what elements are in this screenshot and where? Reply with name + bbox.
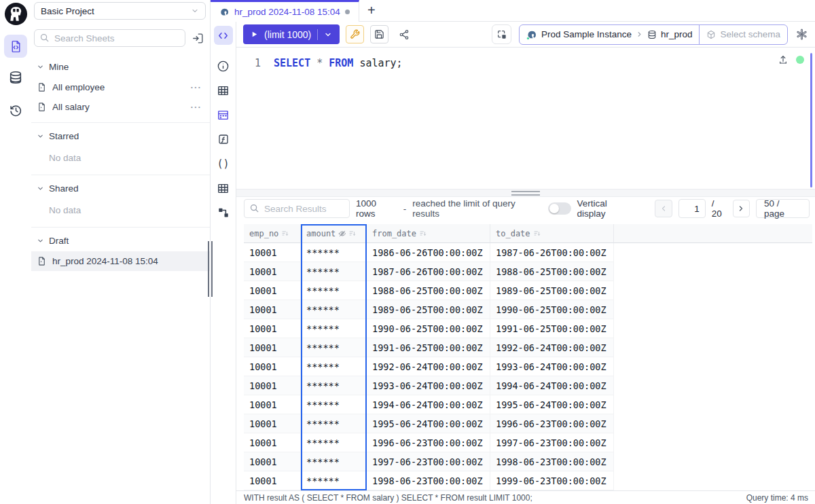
cell-from-date[interactable]: 1998-06-23T00:00:00Z [367, 471, 490, 490]
column-header-from-date[interactable]: from_date [367, 224, 490, 243]
cell-emp-no[interactable]: 10001 [244, 281, 301, 300]
rail-history-button[interactable] [4, 98, 27, 122]
cell-to-date[interactable]: 1988-06-25T00:00:00Z [490, 262, 614, 281]
parameters-panel-button[interactable]: () [215, 156, 232, 172]
cell-to-date[interactable]: 1994-06-24T00:00:00Z [490, 376, 614, 395]
cell-to-date[interactable]: 1997-06-23T00:00:00Z [490, 433, 614, 452]
vertical-display-toggle[interactable] [548, 202, 571, 215]
cell-amount[interactable]: ****** [301, 300, 367, 319]
sort-icon[interactable] [419, 230, 427, 238]
column-header-emp-no[interactable]: emp_no [244, 224, 301, 243]
share-sheet-button[interactable] [395, 25, 413, 43]
rail-databases-button[interactable] [4, 67, 27, 90]
code-panel-button[interactable] [214, 26, 233, 45]
cell-emp-no[interactable]: 10001 [244, 433, 301, 452]
cell-amount[interactable]: ****** [301, 281, 367, 300]
prev-page-button[interactable] [655, 200, 672, 217]
batch-query-button[interactable] [492, 24, 511, 44]
cell-emp-no[interactable]: 10001 [244, 376, 301, 395]
save-sheet-button[interactable] [370, 25, 388, 43]
cell-amount[interactable]: ****** [301, 319, 367, 338]
cell-from-date[interactable]: 1990-06-25T00:00:00Z [367, 319, 490, 338]
import-sheet-icon[interactable] [192, 32, 206, 45]
cell-amount[interactable]: ****** [301, 471, 367, 490]
sheet-item-draft-active[interactable]: hr_prod 2024-11-08 15:04 [31, 251, 210, 271]
cell-amount[interactable]: ****** [301, 376, 367, 395]
cell-emp-no[interactable]: 10001 [244, 414, 301, 433]
page-number-input[interactable] [678, 199, 706, 218]
cell-emp-no[interactable]: 10001 [244, 300, 301, 319]
info-panel-button[interactable] [215, 58, 232, 74]
cell-to-date[interactable]: 1991-06-25T00:00:00Z [490, 319, 614, 338]
cell-amount[interactable]: ****** [301, 338, 367, 357]
functions-panel-button[interactable] [215, 131, 232, 147]
avatar[interactable]: DE [791, 1, 808, 19]
connection-main[interactable]: Prod Sample Instance hr_prod [520, 25, 699, 44]
cell-amount[interactable]: ****** [301, 452, 367, 471]
schema-diagram-button[interactable] [215, 204, 232, 221]
upload-icon[interactable] [778, 54, 789, 65]
section-draft-header[interactable]: Draft [31, 230, 210, 251]
sheet-search-input[interactable] [34, 29, 185, 47]
cell-emp-no[interactable]: 10001 [244, 262, 301, 281]
cell-to-date[interactable]: 1999-06-23T00:00:00Z [490, 471, 614, 490]
cell-emp-no[interactable]: 10001 [244, 338, 301, 357]
rail-worksheets-button[interactable] [4, 35, 27, 58]
cell-emp-no[interactable]: 10001 [244, 319, 301, 338]
ai-assistant-button[interactable] [795, 28, 808, 41]
schema-select[interactable]: Select schema [700, 25, 787, 44]
cell-amount[interactable]: ****** [301, 414, 367, 433]
schema-table-panel-button[interactable] [215, 180, 232, 196]
sort-icon[interactable] [281, 230, 289, 238]
cell-from-date[interactable]: 1996-06-23T00:00:00Z [367, 433, 490, 452]
cell-amount[interactable]: ****** [301, 243, 367, 262]
cell-to-date[interactable]: 1993-06-24T00:00:00Z [490, 357, 614, 376]
cell-emp-no[interactable]: 10001 [244, 452, 301, 471]
sql-code-editor[interactable]: 1 SELECT * FROM salary; [236, 48, 815, 189]
sheet-item-all-employee[interactable]: All employee ··· [31, 77, 210, 97]
cell-from-date[interactable]: 1993-06-24T00:00:00Z [367, 376, 490, 395]
sheet-item-all-salary[interactable]: All salary ··· [31, 97, 210, 117]
cell-from-date[interactable]: 1986-06-26T00:00:00Z [367, 243, 490, 262]
cell-to-date[interactable]: 1990-06-25T00:00:00Z [490, 300, 614, 319]
next-page-button[interactable] [733, 200, 750, 217]
results-search-input[interactable] [244, 199, 350, 218]
cell-emp-no[interactable]: 10001 [244, 357, 301, 376]
cell-to-date[interactable]: 1987-06-26T00:00:00Z [490, 243, 614, 262]
page-size-select[interactable]: 50 / page [756, 199, 810, 218]
editor-scrollbar[interactable] [810, 53, 812, 187]
tab-hr-prod[interactable]: hr_prod 2024-11-08 15:04 [211, 0, 359, 22]
cell-to-date[interactable]: 1992-06-24T00:00:00Z [490, 338, 614, 357]
column-header-to-date[interactable]: to_date [490, 224, 614, 243]
cell-from-date[interactable]: 1989-06-25T00:00:00Z [367, 300, 490, 319]
data-panel-button[interactable] [215, 107, 232, 123]
cell-from-date[interactable]: 1992-06-24T00:00:00Z [367, 357, 490, 376]
cell-to-date[interactable]: 1995-06-24T00:00:00Z [490, 395, 614, 414]
cell-from-date[interactable]: 1997-06-23T00:00:00Z [367, 452, 490, 471]
sidebar-resize-handle[interactable] [208, 241, 213, 297]
tables-panel-button[interactable] [215, 82, 232, 98]
sort-icon[interactable] [348, 230, 357, 238]
more-actions-button[interactable]: ··· [191, 82, 202, 92]
cell-emp-no[interactable]: 10001 [244, 471, 301, 490]
cell-amount[interactable]: ****** [301, 262, 367, 281]
run-query-button[interactable]: (limit 1000) [243, 24, 340, 44]
project-select[interactable]: Basic Project [34, 2, 206, 20]
cell-amount[interactable]: ****** [301, 395, 367, 414]
cell-from-date[interactable]: 1994-06-24T00:00:00Z [367, 395, 490, 414]
more-actions-button[interactable]: ··· [191, 102, 202, 112]
cell-from-date[interactable]: 1995-06-24T00:00:00Z [367, 414, 490, 433]
cell-to-date[interactable]: 1996-06-23T00:00:00Z [490, 414, 614, 433]
cell-amount[interactable]: ****** [301, 433, 367, 452]
cell-to-date[interactable]: 1998-06-23T00:00:00Z [490, 452, 614, 471]
connection-select[interactable]: Prod Sample Instance hr_prod Select sche… [519, 24, 788, 45]
cell-to-date[interactable]: 1989-06-25T00:00:00Z [490, 281, 614, 300]
section-starred-header[interactable]: Starred [31, 126, 210, 147]
cell-from-date[interactable]: 1991-06-25T00:00:00Z [367, 338, 490, 357]
new-tab-button[interactable]: + [359, 0, 384, 21]
section-mine-header[interactable]: Mine [31, 56, 210, 77]
cell-amount[interactable]: ****** [301, 357, 367, 376]
sort-icon[interactable] [533, 230, 541, 238]
section-shared-header[interactable]: Shared [31, 178, 210, 199]
cell-from-date[interactable]: 1987-06-26T00:00:00Z [367, 262, 490, 281]
